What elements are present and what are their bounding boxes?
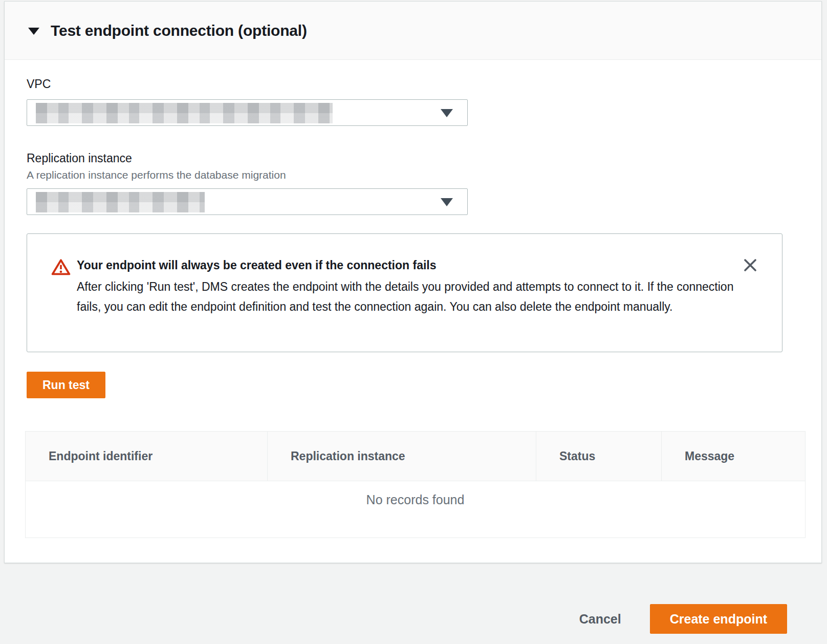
chevron-down-icon (441, 198, 453, 206)
vpc-redacted-value (36, 103, 333, 123)
section-title: Test endpoint connection (optional) (51, 22, 307, 39)
footer-actions: Cancel Create endpoint (579, 604, 787, 634)
table-header-row: Endpoint identifier Replication instance… (26, 432, 805, 481)
vpc-label: VPC (27, 77, 821, 91)
section-toggle[interactable]: Test endpoint connection (optional) (5, 2, 821, 60)
replication-instance-select[interactable] (27, 188, 468, 215)
page: Test endpoint connection (optional) VPC … (0, 0, 827, 644)
column-header-endpoint-identifier: Endpoint identifier (26, 432, 267, 481)
cancel-button[interactable]: Cancel (579, 612, 621, 627)
column-header-replication-instance: Replication instance (267, 432, 536, 481)
column-header-message: Message (661, 432, 805, 481)
alert-text: Your endpoint will always be created eve… (77, 257, 736, 317)
alert-body: After clicking 'Run test', DMS creates t… (77, 277, 736, 317)
create-endpoint-button[interactable]: Create endpoint (650, 604, 787, 634)
close-button[interactable] (741, 256, 759, 275)
vpc-select[interactable] (27, 99, 468, 126)
close-icon (742, 256, 759, 275)
chevron-down-icon (441, 109, 453, 117)
warning-triangle-icon (51, 259, 71, 278)
test-results-table: Endpoint identifier Replication instance… (25, 431, 806, 538)
run-test-button[interactable]: Run test (27, 372, 105, 398)
collapse-caret-icon (28, 28, 39, 35)
empty-state-message: No records found (26, 481, 805, 538)
replication-instance-description: A replication instance performs the data… (27, 169, 821, 181)
alert-title: Your endpoint will always be created eve… (77, 257, 736, 273)
replication-instance-label: Replication instance (27, 152, 821, 165)
test-endpoint-connection-section: Test endpoint connection (optional) VPC … (4, 1, 822, 563)
warning-alert: Your endpoint will always be created eve… (27, 233, 782, 352)
replication-instance-redacted-value (36, 192, 205, 212)
column-header-status: Status (536, 432, 661, 481)
section-body: VPC Replication instance A replication i… (5, 77, 821, 538)
